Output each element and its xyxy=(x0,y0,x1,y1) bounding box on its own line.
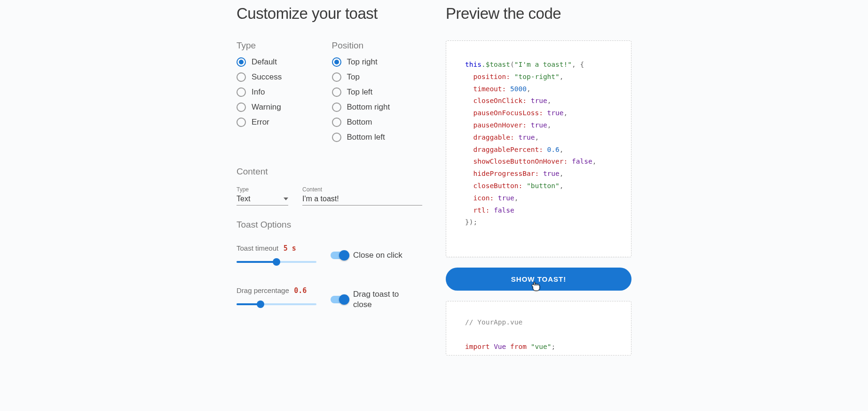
radio-icon xyxy=(237,72,246,82)
radio-icon xyxy=(237,103,246,112)
content-section-label: Content xyxy=(237,166,422,177)
radio-icon xyxy=(237,87,246,97)
type-group-label: Type xyxy=(237,40,327,51)
type-radio-info[interactable]: Info xyxy=(237,87,327,97)
content-text-input[interactable]: Content I'm a toast! xyxy=(302,186,422,206)
type-radio-success[interactable]: Success xyxy=(237,72,327,82)
options-section-label: Toast Options xyxy=(237,220,422,230)
drag-to-close-toggle[interactable] xyxy=(331,296,348,303)
position-radio-bottom-right[interactable]: Bottom right xyxy=(332,103,423,112)
radio-label: Top xyxy=(347,72,360,82)
content-type-value: Text xyxy=(237,195,250,203)
close-on-click-label: Close on click xyxy=(353,251,402,260)
timeout-label: Toast timeout xyxy=(237,244,278,252)
timeout-slider[interactable] xyxy=(237,261,316,263)
content-field-label: Content xyxy=(302,186,422,193)
preview-title: Preview the code xyxy=(446,5,631,23)
customize-title: Customize your toast xyxy=(237,5,422,23)
content-field-value: I'm a toast! xyxy=(302,195,339,203)
type-radio-warning[interactable]: Warning xyxy=(237,103,327,112)
radio-icon xyxy=(332,133,341,142)
timeout-value: 5 s xyxy=(284,244,296,253)
radio-label: Bottom xyxy=(347,118,372,127)
type-radio-default[interactable]: Default xyxy=(237,57,327,67)
radio-label: Bottom left xyxy=(347,133,385,142)
radio-icon xyxy=(332,103,341,112)
code-preview: this.$toast("I'm a toast!", { position: … xyxy=(446,40,631,257)
radio-icon xyxy=(332,118,341,127)
close-on-click-toggle[interactable] xyxy=(331,252,348,259)
drag-pct-label: Drag percentage xyxy=(237,286,289,294)
position-radio-top-right[interactable]: Top right xyxy=(332,57,423,67)
content-type-label: Type xyxy=(237,186,288,193)
radio-label: Top right xyxy=(347,57,378,67)
position-radio-top[interactable]: Top xyxy=(332,72,423,82)
radio-label: Bottom right xyxy=(347,103,390,112)
drag-pct-value: 0.6 xyxy=(294,286,307,295)
radio-label: Default xyxy=(252,57,277,67)
chevron-down-icon xyxy=(284,198,288,200)
position-radio-bottom[interactable]: Bottom xyxy=(332,118,423,127)
radio-label: Info xyxy=(252,87,265,97)
radio-icon xyxy=(332,87,341,97)
radio-label: Top left xyxy=(347,87,373,97)
type-radio-error[interactable]: Error xyxy=(237,118,327,127)
position-radio-top-left[interactable]: Top left xyxy=(332,87,423,97)
radio-label: Warning xyxy=(252,103,281,112)
cursor-hand-icon xyxy=(531,281,541,292)
position-radio-bottom-left[interactable]: Bottom left xyxy=(332,133,423,142)
show-toast-button[interactable]: SHOW TOAST! xyxy=(446,268,631,291)
radio-label: Error xyxy=(252,118,269,127)
drag-pct-slider[interactable] xyxy=(237,303,316,305)
drag-to-close-label: Drag toast to close xyxy=(353,289,405,310)
radio-icon xyxy=(237,118,246,127)
code-preview-app: // YourApp.vueimport Vue from "vue"; xyxy=(446,301,631,355)
position-group-label: Position xyxy=(332,40,423,51)
radio-icon xyxy=(332,72,341,82)
radio-label: Success xyxy=(252,72,282,82)
radio-icon xyxy=(237,57,246,67)
radio-icon xyxy=(332,57,341,67)
content-type-select[interactable]: Type Text xyxy=(237,186,288,206)
